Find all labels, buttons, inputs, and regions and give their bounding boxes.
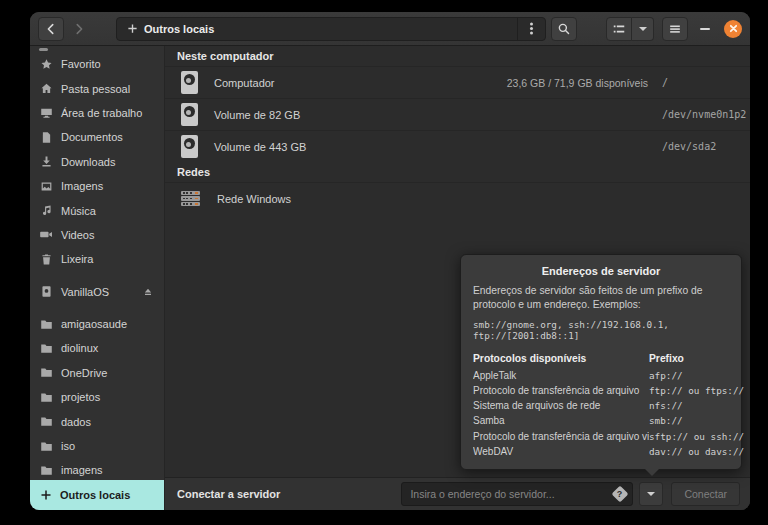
sidebar-item-videos[interactable]: Videos xyxy=(30,223,164,247)
path-bar[interactable]: Outros locais xyxy=(116,17,546,41)
popover-examples: smb://gnome.org, ssh://192.168.0.1, ftp:… xyxy=(473,319,729,341)
sidebar-item-label: Pasta pessoal xyxy=(61,83,130,95)
list-view-button[interactable] xyxy=(606,17,632,41)
chevron-right-icon xyxy=(72,22,86,36)
recent-servers-dropdown-button[interactable] xyxy=(639,482,663,506)
harddisk-icon xyxy=(181,103,198,126)
place-row-computador[interactable]: Computador 23,6 GB / 71,9 GB disponíveis… xyxy=(165,66,750,98)
hamburger-menu-button[interactable] xyxy=(662,17,688,41)
prefix-column-header: Prefixo xyxy=(649,353,729,364)
connect-button[interactable]: Conectar xyxy=(671,482,740,506)
list-view-icon xyxy=(612,22,626,36)
vertical-dots-icon xyxy=(530,27,533,30)
protocol-row: Protocolo de transferência de arquivo vi… xyxy=(473,429,729,444)
folder-icon xyxy=(40,391,53,404)
window-body: Favorito Pasta pessoal Área de trabalho … xyxy=(30,46,750,510)
star-icon xyxy=(40,58,53,71)
sidebar-item-diolinux[interactable]: diolinux xyxy=(30,336,164,360)
sidebar[interactable]: Favorito Pasta pessoal Área de trabalho … xyxy=(30,46,165,510)
sidebar-item-home[interactable]: Pasta pessoal xyxy=(30,76,164,100)
back-button[interactable] xyxy=(38,17,64,41)
place-row-volume-443gb[interactable]: Volume de 443 GB /dev/sda2 xyxy=(165,130,750,162)
headerbar: Outros locais xyxy=(30,12,750,46)
harddisk-icon xyxy=(181,135,198,158)
place-name: Rede Windows xyxy=(217,193,291,205)
sidebar-item-projetos[interactable]: projetos xyxy=(30,385,164,409)
sidebar-item-label: projetos xyxy=(61,391,100,403)
sidebar-item-other-locations[interactable]: Outros locais xyxy=(30,480,164,510)
sidebar-separator xyxy=(30,272,164,280)
file-manager-window: Outros locais xyxy=(30,12,750,510)
disk-space-info: 23,6 GB / 71,9 GB disponíveis xyxy=(507,77,648,89)
sidebar-item-label: Downloads xyxy=(61,156,115,168)
sidebar-separator xyxy=(30,304,164,312)
eject-icon xyxy=(142,286,154,298)
chevron-left-icon xyxy=(44,22,58,36)
sidebar-item-vanillaos-drive[interactable]: VanillaOS xyxy=(30,280,164,304)
sidebar-item-downloads[interactable]: Downloads xyxy=(30,150,164,174)
sidebar-item-documents[interactable]: Documentos xyxy=(30,125,164,149)
sidebar-item-starred[interactable]: Favorito xyxy=(30,52,164,76)
place-row-rede-windows[interactable]: Rede Windows xyxy=(165,182,750,214)
trash-icon xyxy=(40,253,53,266)
place-name: Volume de 443 GB xyxy=(214,141,306,153)
download-icon xyxy=(40,155,53,168)
forward-button[interactable] xyxy=(66,17,92,41)
eject-button[interactable] xyxy=(142,286,154,298)
server-addresses-popover: Endereços de servidor Endereços de servi… xyxy=(460,254,742,470)
harddisk-icon xyxy=(181,71,198,94)
close-button[interactable] xyxy=(724,20,742,38)
sidebar-item-onedrive[interactable]: OneDrive xyxy=(30,361,164,385)
connect-to-server-label: Conectar a servidor xyxy=(177,488,280,500)
hamburger-icon xyxy=(668,22,682,36)
sidebar-item-iso[interactable]: iso xyxy=(30,434,164,458)
server-address-field-wrap: ? xyxy=(401,482,633,506)
windows-network-icon xyxy=(181,190,201,208)
places-list: Neste computador Computador 23,6 GB / 71… xyxy=(165,46,750,510)
minimize-icon xyxy=(700,28,710,30)
removable-drive-icon xyxy=(40,285,53,298)
document-icon xyxy=(40,131,53,144)
folder-icon xyxy=(40,318,53,331)
protocol-row: Sistema de arquivos de rede nfs:// xyxy=(473,398,729,413)
sidebar-item-label: diolinux xyxy=(61,342,98,354)
location-menu-button[interactable] xyxy=(517,18,545,40)
scrolled-item-remnant xyxy=(39,48,48,51)
sidebar-item-music[interactable]: Música xyxy=(30,198,164,222)
search-icon xyxy=(557,22,571,36)
protocol-row: WebDAV dav:// ou davs:// xyxy=(473,444,729,459)
view-toggle-group xyxy=(606,17,654,41)
search-button[interactable] xyxy=(551,17,577,41)
sidebar-item-label: Área de trabalho xyxy=(61,107,142,119)
sidebar-item-imagens-folder[interactable]: imagens xyxy=(30,458,164,482)
sidebar-item-label: Música xyxy=(61,205,96,217)
sidebar-item-label: iso xyxy=(61,440,75,452)
minimize-button[interactable] xyxy=(696,17,714,41)
image-icon xyxy=(40,180,53,193)
video-camera-icon xyxy=(40,228,53,241)
device-path: /dev/sda2 xyxy=(648,141,750,152)
section-header: Neste computador xyxy=(165,46,750,66)
protocol-row: Samba smb:// xyxy=(473,413,729,428)
chevron-down-icon xyxy=(647,492,655,500)
close-icon xyxy=(729,24,738,33)
popover-title: Endereços de servidor xyxy=(473,265,729,277)
place-row-volume-82gb[interactable]: Volume de 82 GB /dev/nvme0n1p2 xyxy=(165,98,750,130)
protocol-row: Protocolo de transferência de arquivo ft… xyxy=(473,383,729,398)
server-address-input[interactable] xyxy=(401,482,633,506)
place-name: Volume de 82 GB xyxy=(214,109,300,121)
folder-icon xyxy=(40,342,53,355)
view-options-dropdown-button[interactable] xyxy=(632,17,654,41)
sidebar-item-amigaosaude[interactable]: amigaosaude xyxy=(30,312,164,336)
sidebar-item-label: Outros locais xyxy=(60,489,130,501)
mount-path: / xyxy=(648,77,750,88)
sidebar-item-dados[interactable]: dados xyxy=(30,409,164,433)
folder-icon xyxy=(40,464,53,477)
connect-to-server-bar: Conectar a servidor ? Conectar xyxy=(165,477,750,510)
sidebar-item-label: Videos xyxy=(61,229,94,241)
sidebar-item-desktop[interactable]: Área de trabalho xyxy=(30,101,164,125)
desktop-icon xyxy=(40,106,53,119)
sidebar-item-trash[interactable]: Lixeira xyxy=(30,247,164,271)
sidebar-item-label: OneDrive xyxy=(61,367,107,379)
sidebar-item-pictures[interactable]: Imagens xyxy=(30,174,164,198)
